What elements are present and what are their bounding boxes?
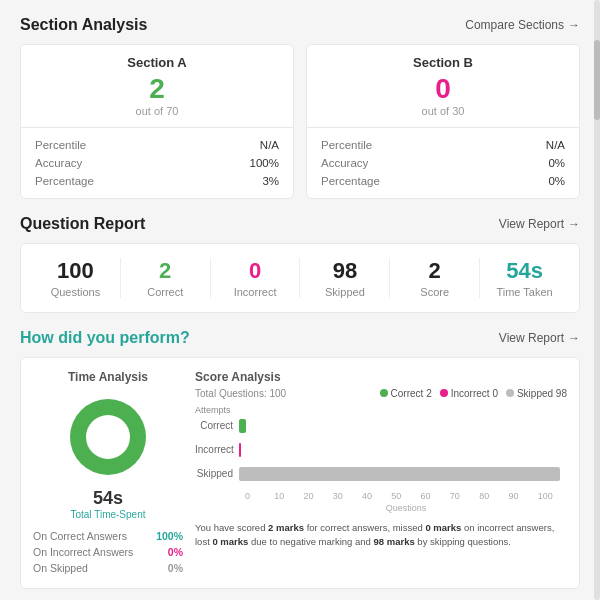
x-axis-label: Questions [245, 503, 567, 513]
section-b-percentage: Percentage 0% [321, 172, 565, 190]
performance-section: How did you perform? View Report → Time … [20, 329, 580, 589]
qr-skipped-number: 98 [300, 258, 389, 284]
qr-incorrect-label: Incorrect [211, 286, 300, 298]
qr-score-label: Score [390, 286, 479, 298]
scrollbar-thumb[interactable] [594, 40, 600, 120]
time-total: 54s Total Time-Spent [33, 488, 183, 520]
time-breakdown: On Correct Answers 100% On Incorrect Ans… [33, 528, 183, 576]
bar-skipped-track [239, 467, 567, 481]
bar-chart: Correct Incorrect Skipped [195, 419, 567, 481]
score-note: You have scored 2 marks for correct answ… [195, 521, 567, 550]
x-axis: 0 10 20 30 40 50 60 70 80 90 100 [245, 491, 567, 501]
score-analysis-title: Score Analysis [195, 370, 567, 384]
qr-time-label: Time Taken [480, 286, 569, 298]
qr-correct: 2 Correct [121, 258, 210, 298]
score-analysis-panel: Score Analysis Total Questions: 100 Corr… [195, 370, 567, 576]
arrow-right-icon: → [568, 217, 580, 231]
view-report-link[interactable]: View Report → [499, 217, 580, 231]
question-report-card: 100 Questions 2 Correct 0 Incorrect 98 S… [20, 243, 580, 313]
section-b-name: Section B [321, 55, 565, 70]
legend-dot-incorrect [440, 389, 448, 397]
section-b-out-of: out of 30 [321, 105, 565, 117]
section-b-accuracy: Accuracy 0% [321, 154, 565, 172]
bar-correct-label: Correct [195, 420, 239, 431]
legend-skipped: Skipped 98 [506, 388, 567, 399]
bar-skipped-row: Skipped [195, 467, 567, 481]
legend-correct: Correct 2 [380, 388, 432, 399]
qr-correct-label: Correct [121, 286, 210, 298]
arrow-right-icon: → [568, 331, 580, 345]
question-report-section: Question Report View Report → 100 Questi… [20, 215, 580, 313]
qr-questions: 100 Questions [31, 258, 120, 298]
bar-incorrect-label: Incorrect [195, 444, 239, 455]
section-a-name: Section A [35, 55, 279, 70]
time-total-number: 54s [33, 488, 183, 509]
qr-questions-number: 100 [31, 258, 120, 284]
section-a-score: 2 [35, 74, 279, 105]
bar-correct-track [239, 419, 567, 433]
bar-skipped-fill [239, 467, 560, 481]
qr-correct-number: 2 [121, 258, 210, 284]
time-incorrect: On Incorrect Answers 0% [33, 544, 183, 560]
performance-card: Time Analysis 54s Total Time-Spent On Co… [20, 357, 580, 589]
qr-skipped-label: Skipped [300, 286, 389, 298]
section-a-percentile: Percentile N/A [35, 136, 279, 154]
bar-skipped-label: Skipped [195, 468, 239, 479]
bar-incorrect-track [239, 443, 567, 457]
bar-correct-fill [239, 419, 246, 433]
time-analysis-panel: Time Analysis 54s Total Time-Spent On Co… [33, 370, 183, 576]
qr-score-number: 2 [390, 258, 479, 284]
total-questions-label: Total Questions: 100 [195, 388, 286, 399]
bar-correct-row: Correct [195, 419, 567, 433]
attempts-label: Attempts [195, 405, 567, 415]
arrow-right-icon: → [568, 18, 580, 32]
scrollbar[interactable] [594, 0, 600, 600]
svg-point-1 [86, 415, 130, 459]
qr-score: 2 Score [390, 258, 479, 298]
compare-sections-link[interactable]: Compare Sections → [465, 18, 580, 32]
qr-time-taken: 54s Time Taken [480, 258, 569, 298]
qr-incorrect-number: 0 [211, 258, 300, 284]
bar-incorrect-fill [239, 443, 241, 457]
section-a-accuracy: Accuracy 100% [35, 154, 279, 172]
qr-incorrect: 0 Incorrect [211, 258, 300, 298]
bar-incorrect-row: Incorrect [195, 443, 567, 457]
question-report-title: Question Report [20, 215, 145, 233]
section-b-percentile: Percentile N/A [321, 136, 565, 154]
time-total-label: Total Time-Spent [33, 509, 183, 520]
section-b-card: Section B 0 out of 30 Percentile N/A Acc… [306, 44, 580, 199]
chart-legend: Correct 2 Incorrect 0 Skipped 98 [380, 388, 567, 399]
sections-row: Section A 2 out of 70 Percentile N/A Acc… [20, 44, 580, 199]
time-skipped: On Skipped 0% [33, 560, 183, 576]
pie-chart [33, 392, 183, 482]
section-b-score: 0 [321, 74, 565, 105]
section-analysis-title: Section Analysis [20, 16, 147, 34]
section-a-card: Section A 2 out of 70 Percentile N/A Acc… [20, 44, 294, 199]
legend-dot-correct [380, 389, 388, 397]
performance-title: How did you perform? [20, 329, 190, 347]
qr-time-number: 54s [480, 258, 569, 284]
performance-view-link[interactable]: View Report → [499, 331, 580, 345]
legend-incorrect: Incorrect 0 [440, 388, 498, 399]
section-a-percentage: Percentage 3% [35, 172, 279, 190]
qr-skipped: 98 Skipped [300, 258, 389, 298]
time-correct: On Correct Answers 100% [33, 528, 183, 544]
section-a-out-of: out of 70 [35, 105, 279, 117]
qr-questions-label: Questions [31, 286, 120, 298]
time-analysis-title: Time Analysis [33, 370, 183, 384]
legend-dot-skipped [506, 389, 514, 397]
